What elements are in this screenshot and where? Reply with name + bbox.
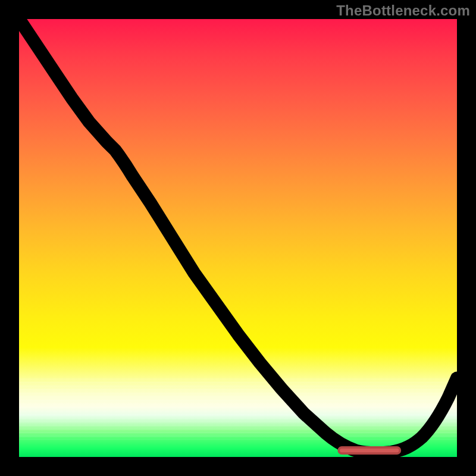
plot-area	[19, 19, 457, 457]
chart-svg	[19, 19, 457, 457]
attribution-label: TheBottleneck.com	[336, 2, 470, 19]
chart-frame: TheBottleneck.com	[0, 0, 476, 476]
optimal-range-marker	[339, 447, 400, 453]
bottleneck-curve	[19, 19, 457, 453]
